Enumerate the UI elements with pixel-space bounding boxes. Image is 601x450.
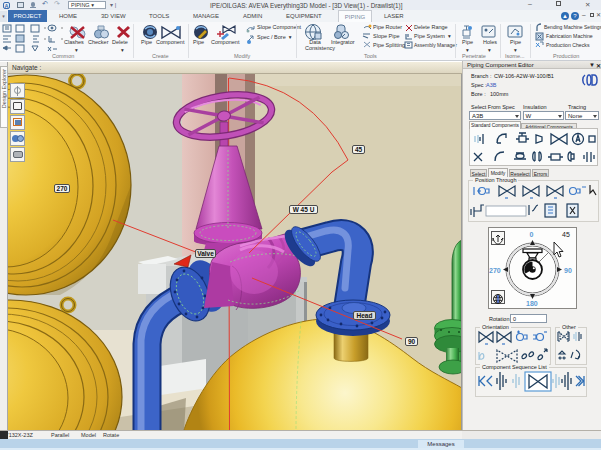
svg-text:270: 270 (489, 267, 501, 274)
svg-text:90: 90 (564, 267, 572, 274)
svg-text:0: 0 (530, 231, 534, 238)
svg-text:180: 180 (526, 300, 538, 307)
